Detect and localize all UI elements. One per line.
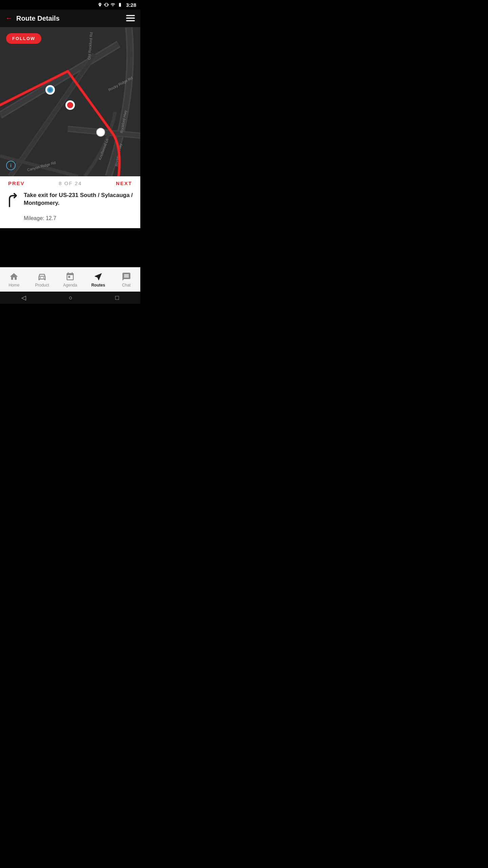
product-icon	[37, 272, 47, 281]
nav-label-agenda: Agenda	[63, 283, 77, 288]
nav-panel: PREV 8 OF 24 NEXT Take exit for US-231 S…	[0, 176, 140, 228]
nav-item-routes[interactable]: Routes	[84, 272, 112, 288]
signal-icon	[110, 2, 115, 7]
nav-controls: PREV 8 OF 24 NEXT	[0, 180, 140, 186]
status-icons: 3:28	[98, 2, 136, 8]
vibrate-icon	[104, 2, 109, 7]
instruction-area: Take exit for US-231 South / Sylacauga /…	[0, 190, 140, 213]
nav-label-chat: Chat	[122, 283, 130, 288]
svg-point-23	[40, 277, 41, 278]
nav-label-routes: Routes	[91, 283, 105, 288]
prev-button[interactable]: PREV	[8, 180, 25, 186]
nav-item-agenda[interactable]: Agenda	[56, 272, 84, 288]
header: ← Route Details	[0, 9, 140, 27]
svg-point-19	[48, 88, 52, 92]
home-android-button[interactable]: ○	[69, 294, 73, 301]
back-android-button[interactable]: ◁	[21, 294, 26, 301]
nav-item-product[interactable]: Product	[28, 272, 56, 288]
follow-button[interactable]: FOLLOW	[6, 33, 41, 44]
map-container: Old Rockford Rd Rocky Ridge Rd Rockford …	[0, 27, 140, 176]
next-button[interactable]: NEXT	[116, 180, 132, 186]
recents-android-button[interactable]: □	[115, 294, 119, 301]
home-icon	[9, 272, 19, 281]
svg-point-22	[97, 128, 105, 136]
step-counter: 8 OF 24	[59, 180, 82, 186]
svg-point-24	[43, 277, 45, 278]
turn-icon	[7, 193, 19, 211]
svg-point-21	[67, 102, 73, 108]
nav-label-home: Home	[8, 283, 19, 288]
svg-rect-2	[126, 20, 135, 21]
menu-icon[interactable]	[126, 15, 135, 22]
map-svg: Old Rockford Rd Rocky Ridge Rd Rockford …	[0, 27, 140, 176]
instruction-text: Take exit for US-231 South / Sylacauga /…	[24, 192, 134, 207]
agenda-icon	[65, 272, 75, 281]
location-icon	[98, 2, 102, 7]
nav-label-product: Product	[35, 283, 49, 288]
status-bar: 3:28	[0, 0, 140, 9]
back-button[interactable]: ←	[5, 14, 13, 23]
chat-icon	[122, 272, 131, 281]
nav-item-chat[interactable]: Chat	[112, 272, 140, 288]
nav-item-home[interactable]: Home	[0, 272, 28, 288]
svg-rect-0	[126, 15, 135, 16]
mileage-text: Mileage: 12.7	[0, 213, 140, 225]
svg-rect-1	[126, 18, 135, 19]
battery-icon	[117, 2, 123, 7]
android-nav-bar: ◁ ○ □	[0, 292, 140, 304]
page-title: Route Details	[16, 15, 126, 22]
routes-icon	[94, 272, 103, 281]
status-time: 3:28	[126, 2, 136, 8]
bottom-nav: Home Product Agenda Routes Chat	[0, 267, 140, 292]
info-button[interactable]: i	[6, 161, 16, 170]
